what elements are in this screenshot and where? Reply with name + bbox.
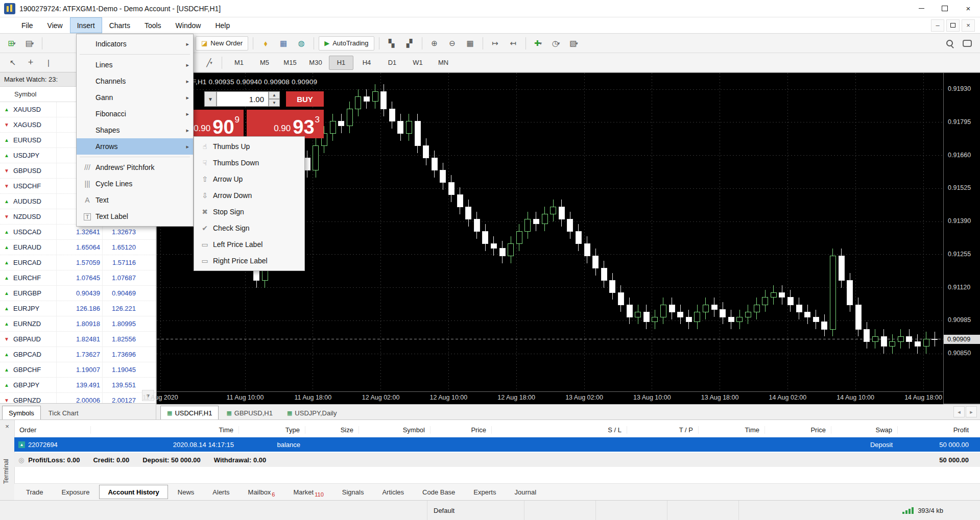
new-order-button[interactable]: ◪ New Order (196, 36, 248, 51)
market-watch-row-eurgbp[interactable]: ▲EURGBP0.904390.90469 (0, 286, 156, 301)
terminal-tab-experts[interactable]: Experts (465, 485, 505, 499)
menu-item-indicators[interactable]: Indicators▸ (77, 36, 193, 52)
chart-tab-usdchf-h1[interactable]: ▦USDCHF,H1 (160, 406, 219, 419)
menu-item-lines[interactable]: Lines▸ (77, 57, 193, 73)
menu-item-text-label[interactable]: TText Label (77, 208, 193, 225)
timeframe-m30-button[interactable]: M30 (303, 56, 328, 70)
zoom-in-button[interactable]: ⊕ (427, 36, 442, 51)
menu-item-gann[interactable]: Gann▸ (77, 89, 193, 106)
tab-symbols[interactable]: Symbols (2, 406, 41, 419)
tab-scroll-right-icon[interactable]: ▸ (966, 406, 977, 417)
menubar-item-help[interactable]: Help (208, 17, 237, 33)
terminal-tab-market[interactable]: Market110 (284, 485, 332, 499)
menubar-item-charts[interactable]: Charts (102, 17, 137, 33)
submenu-item-right-price-label[interactable]: ▭Right Price Label (194, 253, 304, 269)
profiles-button[interactable]: ▤▾ (22, 36, 37, 51)
chat-button[interactable] (960, 36, 975, 51)
chart-shift-button[interactable]: ↤ (506, 36, 521, 51)
terminal-tab-signals[interactable]: Signals (333, 485, 373, 499)
volume-input[interactable]: 1.00 (217, 91, 269, 107)
menubar-item-tools[interactable]: Tools (137, 17, 169, 33)
timeframe-w1-button[interactable]: W1 (405, 56, 430, 70)
cascade-windows-button[interactable]: ▞ (402, 36, 417, 51)
buy-price-button[interactable]: 0.90 93 3 (247, 110, 324, 138)
auto-scroll-button[interactable]: ↦ (488, 36, 503, 51)
restore-button[interactable] (933, 0, 957, 17)
tab-tick-chart[interactable]: Tick Chart (42, 406, 85, 419)
market-watch-row-eurchf[interactable]: ▲EURCHF1.076451.07687 (0, 270, 156, 286)
submenu-item-thumbs-down[interactable]: ☟Thumbs Down (194, 155, 304, 171)
menubar-item-insert[interactable]: Insert (70, 17, 102, 33)
terminal-tab-exposure[interactable]: Exposure (53, 485, 98, 499)
chart-tab-usdjpy-daily[interactable]: ▦USDJPY,Daily (280, 406, 344, 419)
menu-item-cycle-lines[interactable]: |||Cycle Lines (77, 176, 193, 192)
market-watch-row-gbpaud[interactable]: ▼GBPAUD1.824811.82556 (0, 332, 156, 347)
market-watch-row-euraud[interactable]: ▲EURAUD1.650641.65120 (0, 240, 156, 255)
submenu-item-arrow-up[interactable]: ⇧Arrow Up (194, 171, 304, 187)
market-watch-row-gbpjpy[interactable]: ▲GBPJPY139.491139.551 (0, 378, 156, 393)
terminal-tab-account-history[interactable]: Account History (99, 485, 168, 499)
vertical-line-tool-button[interactable]: | (41, 55, 56, 70)
timeframe-m15-button[interactable]: M15 (278, 56, 302, 70)
tag-button[interactable]: ⬧ (258, 36, 273, 51)
submenu-item-check-sign[interactable]: ✔Check Sign (194, 220, 304, 236)
terminal-window-button[interactable]: ▦ (276, 36, 291, 51)
tile-windows-button[interactable]: ▚ (384, 36, 399, 51)
mdi-minimize-button[interactable]: – (931, 19, 944, 32)
tab-scroll-left-icon[interactable]: ◂ (953, 406, 965, 417)
menubar-item-file[interactable]: File (14, 17, 40, 33)
timeframe-h4-button[interactable]: H4 (354, 56, 379, 70)
terminal-tab-mailbox[interactable]: Mailbox6 (240, 485, 284, 499)
history-row[interactable]: ▲220726942020.08.14 14:17:15balanceDepos… (14, 437, 980, 452)
market-watch-row-gbpcad[interactable]: ▲GBPCAD1.736271.73696 (0, 347, 156, 362)
timeframe-d1-button[interactable]: D1 (380, 56, 404, 70)
volume-dropdown-button[interactable]: ▼ (204, 91, 217, 107)
indicators-button[interactable]: ✚▾ (531, 36, 546, 51)
terminal-tab-code-base[interactable]: Code Base (414, 485, 464, 499)
market-watch-row-eurnzd[interactable]: ▲EURNZD1.809181.80995 (0, 316, 156, 332)
terminal-tab-alerts[interactable]: Alerts (204, 485, 238, 499)
menu-item-fibonacci[interactable]: Fibonacci▸ (77, 106, 193, 122)
timeframe-mn-button[interactable]: MN (431, 56, 456, 70)
grid-toggle-button[interactable]: ▦ (463, 36, 478, 51)
cursor-tool-button[interactable]: ↖ (5, 55, 20, 70)
timeframe-h1-button[interactable]: H1 (329, 56, 353, 70)
close-button[interactable]: × (957, 0, 980, 17)
periods-button[interactable]: ◷▾ (548, 36, 564, 51)
volume-step-down-button[interactable]: ▼ (269, 99, 280, 107)
autotrading-button[interactable]: ▶ AutoTrading (319, 36, 374, 51)
minimize-button[interactable] (910, 0, 933, 17)
volume-step-up-button[interactable]: ▲ (269, 91, 280, 99)
submenu-item-left-price-label[interactable]: ▭Left Price Label (194, 236, 304, 253)
terminal-tab-trade[interactable]: Trade (17, 485, 52, 499)
menu-item-shapes[interactable]: Shapes▸ (77, 122, 193, 138)
community-button[interactable]: ◍ (294, 36, 309, 51)
market-watch-row-gbpchf[interactable]: ▲GBPCHF1.190071.19045 (0, 362, 156, 378)
terminal-close-button[interactable]: × (3, 422, 11, 430)
buy-button[interactable]: BUY (286, 91, 324, 107)
terminal-tab-news[interactable]: News (169, 485, 203, 499)
menu-item-channels[interactable]: Channels▸ (77, 73, 193, 89)
mdi-restore-button[interactable] (946, 19, 960, 32)
menubar-item-view[interactable]: View (40, 17, 70, 33)
mdi-close-button[interactable]: × (962, 19, 975, 32)
submenu-item-arrow-down[interactable]: ⇩Arrow Down (194, 187, 304, 204)
menu-item-andrews-pitchfork[interactable]: ///Andrews' Pitchfork (77, 159, 193, 176)
timeframe-m5-button[interactable]: M5 (252, 56, 277, 70)
menubar-item-window[interactable]: Window (169, 17, 208, 33)
crosshair-tool-button[interactable]: + (23, 55, 38, 70)
chart-tab-gbpusd-h1[interactable]: ▦GBPUSD,H1 (220, 406, 279, 419)
submenu-item-thumbs-up[interactable]: ☝Thumbs Up (194, 138, 304, 155)
templates-button[interactable]: ▧▾ (566, 36, 582, 51)
line-tools-button[interactable]: ╱▾ (202, 55, 217, 70)
search-symbol-button[interactable] (942, 36, 957, 51)
profile-selector[interactable]: Default (427, 501, 524, 520)
zoom-out-button[interactable]: ⊖ (445, 36, 460, 51)
timeframe-m1-button[interactable]: M1 (227, 56, 251, 70)
market-watch-row-usdcad[interactable]: ▲USDCAD1.326411.32673 (0, 225, 156, 240)
market-watch-row-eurcad[interactable]: ▲EURCAD1.570591.57116 (0, 255, 156, 270)
menu-item-text[interactable]: AText (77, 192, 193, 208)
terminal-tab-journal[interactable]: Journal (506, 485, 545, 499)
submenu-item-stop-sign[interactable]: ✖Stop Sign (194, 204, 304, 220)
menu-item-arrows[interactable]: Arrows▸ (77, 138, 193, 155)
